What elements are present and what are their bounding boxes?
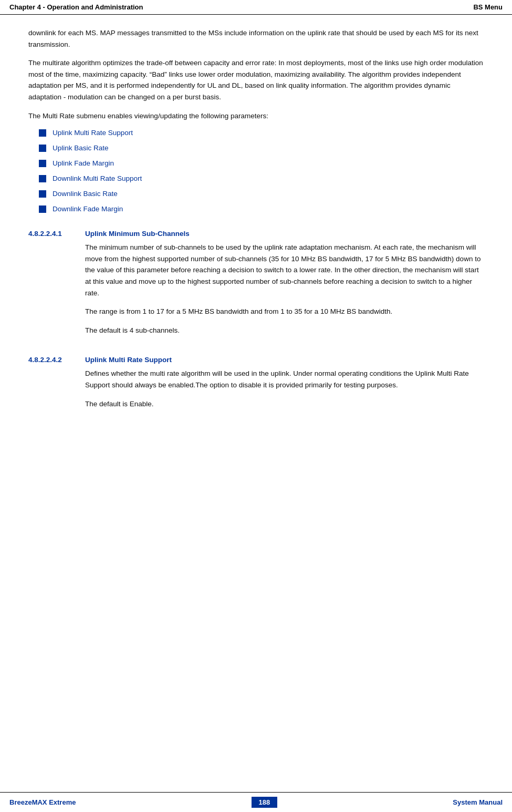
header-left: Chapter 4 - Operation and Administration bbox=[9, 3, 143, 11]
intro-para-1: downlink for each MS. MAP messages trans… bbox=[28, 27, 484, 50]
bullet-icon-4 bbox=[39, 175, 46, 182]
section-1-para-1: The minimum number of sub-channels to be… bbox=[85, 242, 484, 299]
list-label-1: Uplink Multi Rate Support bbox=[53, 129, 133, 137]
section-4-8-2-2-4-1: 4.8.2.2.4.1 Uplink Minimum Sub-Channels … bbox=[28, 220, 484, 343]
bullet-icon-2 bbox=[39, 145, 46, 152]
bullet-icon-5 bbox=[39, 190, 46, 198]
section-2-para-2: The default is Enable. bbox=[85, 398, 484, 410]
list-label-5: Downlink Basic Rate bbox=[53, 190, 118, 198]
section-1-para-3: The default is 4 sub-channels. bbox=[85, 325, 484, 336]
list-label-4: Downlink Multi Rate Support bbox=[53, 174, 142, 182]
bullet-icon-3 bbox=[39, 160, 46, 167]
section-title-1: Uplink Minimum Sub-Channels bbox=[85, 230, 484, 238]
list-item-5: Downlink Basic Rate bbox=[39, 190, 484, 198]
list-item-6: Downlink Fade Margin bbox=[39, 205, 484, 213]
section-2-para-1: Defines whether the multi rate algorithm… bbox=[85, 368, 484, 390]
list-item-3: Uplink Fade Margin bbox=[39, 159, 484, 167]
section-4-8-2-2-4-2: 4.8.2.2.4.2 Uplink Multi Rate Support De… bbox=[28, 346, 484, 417]
header-right: BS Menu bbox=[473, 3, 503, 11]
list-label-2: Uplink Basic Rate bbox=[53, 144, 109, 152]
section-number-2: 4.8.2.2.4.2 bbox=[28, 346, 85, 417]
intro-para-3: The Multi Rate submenu enables viewing/u… bbox=[28, 110, 484, 122]
footer-page-number: 188 bbox=[252, 797, 278, 808]
list-item-2: Uplink Basic Rate bbox=[39, 144, 484, 152]
section-1-para-2: The range is from 1 to 17 for a 5 MHz BS… bbox=[85, 306, 484, 317]
list-label-6: Downlink Fade Margin bbox=[53, 205, 123, 213]
footer-right: System Manual bbox=[453, 798, 503, 806]
page-content: downlink for each MS. MAP messages trans… bbox=[0, 15, 512, 451]
list-item-1: Uplink Multi Rate Support bbox=[39, 129, 484, 137]
page-footer: BreezeMAX Extreme 188 System Manual bbox=[0, 792, 512, 812]
page-header: Chapter 4 - Operation and Administration… bbox=[0, 0, 512, 15]
intro-para-2: The multirate algorithm optimizes the tr… bbox=[28, 57, 484, 102]
footer-left: BreezeMAX Extreme bbox=[9, 798, 76, 806]
list-item-4: Downlink Multi Rate Support bbox=[39, 174, 484, 182]
section-title-2: Uplink Multi Rate Support bbox=[85, 356, 484, 364]
section-number-1: 4.8.2.2.4.1 bbox=[28, 220, 85, 343]
feature-list: Uplink Multi Rate Support Uplink Basic R… bbox=[39, 129, 484, 213]
bullet-icon-6 bbox=[39, 205, 46, 213]
list-label-3: Uplink Fade Margin bbox=[53, 159, 114, 167]
bullet-icon-1 bbox=[39, 129, 46, 137]
